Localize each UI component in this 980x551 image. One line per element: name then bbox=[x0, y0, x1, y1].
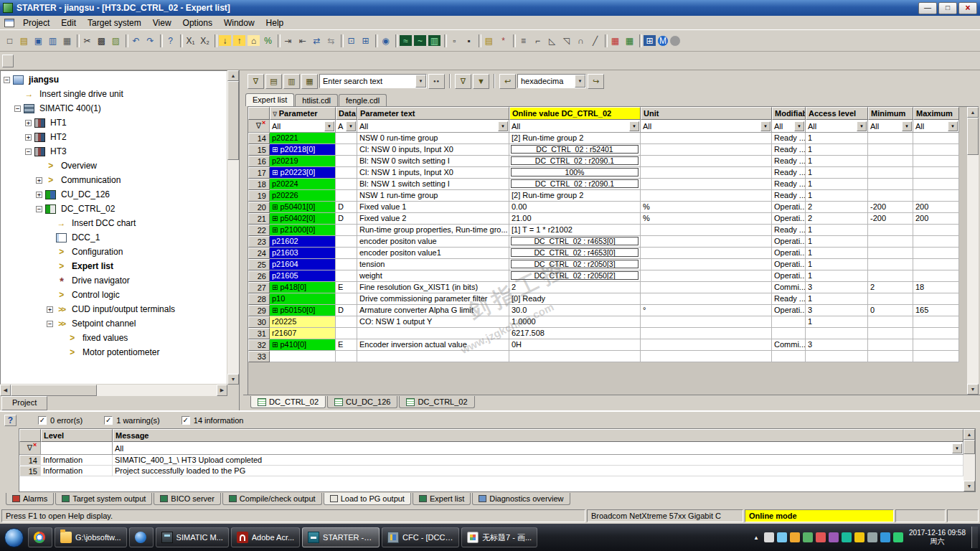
data-type-cell[interactable] bbox=[336, 316, 357, 328]
expander-icon[interactable] bbox=[47, 306, 53, 313]
data-type-cell[interactable] bbox=[336, 351, 357, 362]
online-value-cell[interactable]: 0.00 bbox=[509, 202, 641, 213]
unit-cell[interactable]: % bbox=[641, 202, 772, 213]
modifiable-cell[interactable]: Operati... bbox=[772, 236, 806, 248]
tray-icon[interactable] bbox=[854, 532, 864, 542]
online-value-cell[interactable]: DC_CTRL_02 : r2090.1 bbox=[509, 179, 641, 190]
triangle-left-icon[interactable]: ◺ bbox=[545, 34, 559, 47]
open-list-icon[interactable]: ▤ bbox=[265, 74, 282, 89]
align-icon[interactable]: ≡ bbox=[517, 34, 530, 47]
view-tab[interactable]: Expert list bbox=[245, 93, 294, 106]
parameter-text-cell[interactable]: Cl: NSW 0 inputs, Input X0 bbox=[357, 144, 509, 156]
maximum-cell[interactable] bbox=[913, 133, 959, 144]
scroll-up-button[interactable] bbox=[967, 107, 979, 118]
tree-item[interactable]: DCC_1 bbox=[1, 230, 227, 245]
access-level-cell[interactable]: 1 bbox=[806, 156, 868, 167]
modifiable-cell[interactable]: Commi... bbox=[772, 282, 806, 293]
minimum-cell[interactable] bbox=[868, 133, 913, 144]
delete-table-icon[interactable]: ▦ bbox=[608, 34, 622, 47]
parameter-text-cell[interactable]: Fixed value 2 bbox=[357, 213, 509, 225]
row-number-cell[interactable]: 18 bbox=[248, 179, 270, 190]
data-type-cell[interactable] bbox=[336, 293, 357, 305]
online-value-cell[interactable]: DC_CTRL_02 : r4653[0] bbox=[509, 248, 641, 259]
tree-item[interactable]: HT1 bbox=[1, 116, 227, 130]
message-column-header[interactable]: Message bbox=[113, 429, 963, 442]
tree-item[interactable]: Control logic bbox=[1, 288, 227, 302]
column-header[interactable]: Parameter bbox=[270, 107, 336, 120]
online-value-cell[interactable]: [1] T = 1 * r21002 bbox=[509, 225, 641, 236]
scroll-up-button[interactable] bbox=[227, 70, 239, 81]
modifiable-cell[interactable]: Ready ... bbox=[772, 190, 806, 202]
restore-button[interactable]: □ bbox=[938, 2, 957, 14]
access-level-cell[interactable]: 2 bbox=[806, 202, 868, 213]
menu-item[interactable]: View bbox=[147, 17, 177, 29]
online-value-cell[interactable]: 21.00 bbox=[509, 213, 641, 225]
row-number-cell[interactable]: 17 bbox=[248, 167, 270, 179]
tray-icon[interactable] bbox=[816, 532, 826, 542]
column-header[interactable]: Minimum bbox=[868, 107, 913, 120]
tree-item[interactable]: fixed values bbox=[1, 331, 227, 345]
taskbar-app-button[interactable] bbox=[129, 527, 154, 547]
unit-cell[interactable] bbox=[641, 190, 772, 202]
tree-item[interactable]: jiangsu bbox=[1, 72, 227, 87]
modifiable-cell[interactable]: Ready ... bbox=[772, 144, 806, 156]
tray-icon[interactable] bbox=[880, 532, 890, 542]
unit-cell[interactable] bbox=[641, 133, 772, 144]
online-value-cell[interactable]: 100% bbox=[509, 167, 641, 179]
access-level-cell[interactable]: 1 bbox=[806, 190, 868, 202]
data-type-cell[interactable]: E bbox=[336, 282, 357, 293]
child-window-icon[interactable] bbox=[4, 19, 14, 27]
parameter-cell[interactable]: p21602 bbox=[270, 236, 336, 248]
access-level-cell[interactable]: 1 bbox=[806, 179, 868, 190]
taskbar-acrobat-button[interactable]: Adobe Acr... bbox=[231, 527, 300, 547]
maximum-cell[interactable] bbox=[913, 167, 959, 179]
menu-item[interactable]: Window bbox=[218, 17, 260, 29]
parameter-cell[interactable]: p20219 bbox=[270, 156, 336, 167]
previous-value-icon[interactable]: ↩ bbox=[499, 74, 516, 89]
tray-expand-icon[interactable]: ▴ bbox=[751, 532, 761, 542]
unit-cell[interactable] bbox=[641, 339, 772, 351]
parameter-text-cell[interactable]: NSW 0 run-time group bbox=[357, 133, 509, 144]
tree-item[interactable]: Motor potentiometer bbox=[1, 345, 227, 359]
modifiable-cell[interactable]: Operati... bbox=[772, 213, 806, 225]
data-type-cell[interactable] bbox=[336, 259, 357, 270]
table-vertical-scrollbar[interactable] bbox=[967, 107, 979, 395]
message-filter-checkbox[interactable]: 1 warning(s) bbox=[104, 416, 160, 425]
menu-item[interactable]: Help bbox=[260, 17, 290, 29]
row-number-cell[interactable]: 29 bbox=[248, 305, 270, 316]
gray-circle-icon[interactable] bbox=[669, 35, 681, 47]
tree-item[interactable]: Expert list bbox=[1, 259, 227, 273]
document-tab[interactable]: DC_CTRL_02 bbox=[250, 396, 326, 408]
data-type-cell[interactable] bbox=[336, 270, 357, 282]
message-text-cell[interactable]: Project successfully loaded to the PG bbox=[113, 466, 963, 476]
unit-cell[interactable] bbox=[641, 144, 772, 156]
column-header[interactable]: Unit bbox=[641, 107, 772, 120]
taskbar-explorer-button[interactable]: G:\jobsoftw... bbox=[55, 527, 127, 547]
taskbar-clock[interactable]: 2017-12-16 09:58 周六 bbox=[909, 529, 966, 546]
unit-cell[interactable] bbox=[641, 282, 772, 293]
export-list-icon[interactable]: ▦ bbox=[301, 74, 318, 89]
monitor-icon[interactable]: ⊡ bbox=[344, 34, 358, 47]
expander-icon[interactable] bbox=[36, 177, 42, 184]
save-icon[interactable]: ▣ bbox=[32, 34, 45, 47]
document-tab[interactable]: CU_DC_126 bbox=[327, 396, 397, 408]
paste-icon[interactable]: ▨ bbox=[109, 34, 123, 47]
column-filter-dropdown[interactable]: All bbox=[868, 120, 913, 133]
new-project-icon[interactable]: □ bbox=[3, 34, 17, 47]
online-value-cell[interactable]: 1.0000 bbox=[509, 316, 641, 328]
close-button[interactable]: × bbox=[958, 2, 977, 14]
small-grid-icon[interactable]: ▫ bbox=[448, 34, 461, 47]
access-level-cell[interactable]: 2 bbox=[806, 213, 868, 225]
maximum-cell[interactable] bbox=[913, 156, 959, 167]
dropdown-arrow-icon[interactable] bbox=[415, 75, 426, 88]
access-level-cell[interactable]: 3 bbox=[806, 339, 868, 351]
menu-item[interactable]: Project bbox=[17, 17, 55, 29]
maximum-cell[interactable] bbox=[913, 259, 959, 270]
row-number-cell[interactable]: 25 bbox=[248, 259, 270, 270]
column-header[interactable]: Parameter text bbox=[357, 107, 509, 120]
tree-item[interactable]: HT2 bbox=[1, 130, 227, 144]
message-vertical-scrollbar[interactable] bbox=[963, 429, 975, 491]
menu-item[interactable]: Target system bbox=[82, 17, 147, 29]
small-dot-icon[interactable]: ▪ bbox=[462, 34, 476, 47]
scroll-thumb[interactable] bbox=[11, 385, 97, 396]
